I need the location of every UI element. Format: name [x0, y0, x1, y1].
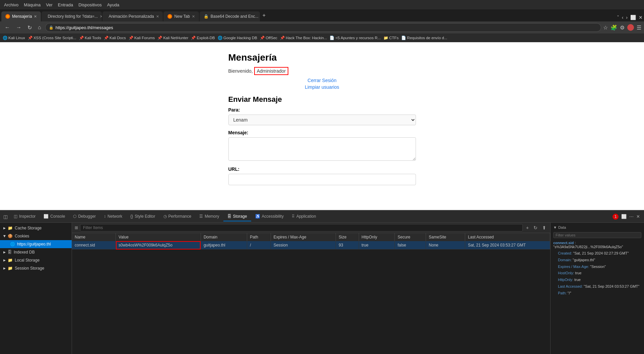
- devtools-more-icon[interactable]: ⋯: [629, 214, 634, 219]
- bookmark-ctfs[interactable]: 📁 CTFs: [383, 36, 399, 40]
- cache-storage-header[interactable]: ▶ 📁 Cache Storage: [0, 224, 72, 232]
- bookmark-kali-docs[interactable]: 📌 Kali Docs: [104, 36, 126, 40]
- menu-entrada[interactable]: Entrada: [58, 2, 73, 7]
- close-tab4-icon[interactable]: ✕: [192, 14, 195, 19]
- tab-performance[interactable]: ◷ Performance: [159, 212, 196, 221]
- tab-network[interactable]: ↕ Network: [100, 212, 126, 221]
- home-button[interactable]: ⌂: [36, 23, 43, 32]
- close-tab2-icon[interactable]: ✕: [100, 14, 102, 19]
- back-button[interactable]: ←: [3, 23, 12, 32]
- bookmark-ghdb[interactable]: 🌐 Google Hacking DB: [218, 36, 257, 40]
- tab-mensajeria[interactable]: Mensajería ✕: [1, 11, 41, 21]
- devtools-dock-icon[interactable]: ⬜: [621, 214, 627, 219]
- close-tab3-icon[interactable]: ✕: [156, 14, 159, 19]
- data-field-val-1: "guitjapeo.thl": [573, 258, 595, 262]
- cell-lastaccessed: Sat, 21 Sep 2024 03:53:27 GMT: [465, 241, 550, 250]
- bookmark-htb[interactable]: 📌 Hack The Box: Hackin...: [280, 36, 327, 40]
- tab-next-icon[interactable]: ›: [626, 15, 628, 20]
- restore-icon[interactable]: ⬜: [630, 15, 636, 20]
- menu-ver[interactable]: Ver: [46, 2, 53, 7]
- tab-list-icon[interactable]: ˅: [617, 15, 619, 20]
- bookmark-kali-forums[interactable]: 📌 Kali Forums: [129, 36, 155, 40]
- bookmark-kali-tools[interactable]: 📌 Kali Tools: [79, 36, 101, 40]
- indexeddb-db-icon: 🗄: [8, 250, 12, 255]
- application-icon: ⠿: [292, 214, 295, 219]
- devtools-pick-icon[interactable]: ◫: [1, 214, 10, 219]
- tab-directory[interactable]: Directory listing for ?data=... ✕: [42, 11, 102, 21]
- tab-animacion[interactable]: Animación Personalizada ✕: [102, 11, 163, 21]
- extensions-icon[interactable]: 🧩: [611, 24, 617, 31]
- table-row[interactable]: connect.sid s0wb4osW%2F009k6AulqZ5o guit…: [72, 241, 550, 250]
- para-select[interactable]: Lenam: [228, 115, 416, 125]
- devtools-close-icon[interactable]: ✕: [636, 214, 640, 219]
- send-section-title: Enviar Mensaje: [228, 95, 416, 104]
- refresh-button[interactable]: ↻: [25, 23, 34, 32]
- tab-inspector[interactable]: ◫ Inspector: [10, 212, 40, 221]
- add-row-button[interactable]: +: [525, 224, 530, 231]
- welcome-text: Bienvenido,: [228, 68, 253, 74]
- col-lastaccessed: Last Accessed: [465, 233, 550, 241]
- cookies-globe-icon: 🌐: [10, 242, 15, 246]
- logout-link[interactable]: Cerrar Sesión: [307, 78, 336, 83]
- gear-icon[interactable]: ⚙: [620, 24, 625, 31]
- user-avatar[interactable]: [627, 24, 634, 31]
- refresh-table-button[interactable]: ↻: [532, 224, 539, 231]
- clear-users-link[interactable]: Limpiar usuarios: [305, 84, 339, 90]
- data-tree-field-1: Domain: "guitjapeo.thl": [558, 257, 641, 264]
- tab-storage[interactable]: 🗄 Storage: [223, 212, 251, 221]
- nav-right-controls: ☆ 🧩 ⚙ ☰: [603, 24, 641, 31]
- close-tab1-icon[interactable]: ✕: [34, 14, 37, 19]
- bookmark-requisitos[interactable]: 📄 Requisitos de envío d...: [401, 36, 447, 40]
- application-label: Application: [296, 214, 316, 219]
- sessionstorage-header[interactable]: ▶ 📁 Session Storage: [0, 264, 72, 272]
- cookies-header[interactable]: ▶ 🍪 Cookies: [0, 232, 72, 240]
- tab-memory[interactable]: ☰ Memory: [195, 212, 223, 221]
- filter-items-input[interactable]: [80, 224, 523, 231]
- tab-application[interactable]: ⠿ Application: [288, 212, 320, 221]
- cookies-item-label: https://guitjapeo.thl: [17, 242, 51, 246]
- bookmark-kali-linux[interactable]: 🌐 Kali Linux: [3, 36, 25, 40]
- tab-console[interactable]: ⬜ Console: [40, 212, 69, 221]
- localstorage-header[interactable]: ▶ 📁 Local Storage: [0, 256, 72, 264]
- tab-style-editor[interactable]: {} Style Editor: [126, 212, 159, 221]
- cookies-item-guitjapeo[interactable]: 🌐 https://guitjapeo.thl: [0, 240, 72, 248]
- tab-debugger[interactable]: ⬡ Debugger: [69, 212, 100, 221]
- data-tree-field-6: Path: "/": [558, 290, 641, 297]
- bookmark-offsec[interactable]: 📌 OffSec: [260, 36, 277, 40]
- bookmark-star-icon[interactable]: ☆: [603, 24, 608, 31]
- bookmark-exploit-db[interactable]: 📌 Exploit-DB: [191, 36, 215, 40]
- memory-icon: ☰: [199, 214, 203, 219]
- page-title: Mensajería: [228, 52, 416, 63]
- col-value: Value: [116, 233, 201, 241]
- new-tab-button[interactable]: +: [261, 12, 268, 18]
- url-input[interactable]: [228, 174, 416, 185]
- data-tree-field-0: Created: "Sat, 21 Sep 2024 02:27:29 GMT": [558, 250, 641, 257]
- data-field-key-0: Created:: [558, 251, 573, 255]
- bookmark-apuntes[interactable]: 📄 <5 Apuntes y recursos R...: [330, 36, 380, 40]
- indexeddb-header[interactable]: ▶ 🗄 Indexed DB: [0, 248, 72, 256]
- menu-dispositivos[interactable]: Dispositivos: [78, 2, 101, 7]
- filter-values-input[interactable]: [553, 232, 641, 238]
- bookmark-kali-nethunter[interactable]: 📌 Kali NetHunter: [157, 36, 188, 40]
- page-content: Mensajería Bienvenido, Administrador Cer…: [0, 42, 644, 210]
- mensaje-label: Mensaje:: [228, 130, 416, 135]
- tab-newtab-label: New Tab: [174, 14, 190, 19]
- bookmark-xss[interactable]: 📌 XSS (Cross Site Scripti...: [28, 36, 76, 40]
- tab-newtab[interactable]: New Tab ✕: [163, 11, 199, 21]
- close-window-icon[interactable]: ✕: [639, 15, 643, 20]
- forward-button[interactable]: →: [14, 23, 23, 32]
- lock-icon: 🔒: [49, 25, 54, 30]
- hamburger-icon[interactable]: ☰: [637, 24, 641, 31]
- menu-ayuda[interactable]: Ayuda: [107, 2, 120, 7]
- export-button[interactable]: ⬆: [541, 224, 548, 231]
- tab-base64[interactable]: 🔒 Base64 Decode and Enc... ✕: [200, 11, 260, 21]
- tab-accessibility[interactable]: ♿ Accessibility: [251, 212, 288, 221]
- storage-group-sessionstorage: ▶ 📁 Session Storage: [0, 264, 72, 272]
- url-bar[interactable]: 🔒 https://guitjapeo.thl/messages: [45, 23, 601, 32]
- menu-archivo[interactable]: Archivo: [4, 2, 18, 7]
- mensaje-textarea[interactable]: [228, 137, 416, 161]
- data-tree-field-3: HostOnly: true: [558, 270, 641, 277]
- tab-prev-icon[interactable]: ‹: [622, 15, 624, 20]
- menu-maquina[interactable]: Máquina: [24, 2, 41, 7]
- storage-group-cache: ▶ 📁 Cache Storage: [0, 224, 72, 232]
